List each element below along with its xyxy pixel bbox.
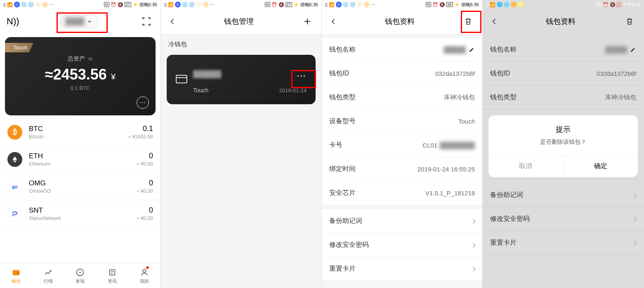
coin-item-btc[interactable]: ₿ BTC Bitcoin 0.1 ≈ ¥2453.56 xyxy=(0,119,160,146)
chevron-right-icon xyxy=(471,267,475,271)
nav-mine[interactable]: 我的 xyxy=(128,264,160,288)
nav-news[interactable]: 资讯 xyxy=(96,264,128,288)
row-bind-time: 绑定时间 2019-01-24 16:55:25 xyxy=(322,157,482,181)
row-backup[interactable]: 备份助记词 xyxy=(322,209,482,233)
alarm-icon: ⏰ xyxy=(111,2,116,7)
wallet-more-button[interactable]: ⋯ xyxy=(297,70,307,81)
detail-value: 2019-01-24 16:55:25 xyxy=(418,166,475,173)
wallet-name-value: █████ xyxy=(444,46,466,53)
detail-label: 钱包ID xyxy=(490,69,510,78)
more-icon: ⋯ xyxy=(210,2,215,7)
status-dot-icon xyxy=(357,2,363,7)
touch-badge: Touch xyxy=(5,43,33,52)
screen-delete-dialog: ▯ 📶 ⋯ N ⏰ 🔇 6 下午4:54 钱包资料 钱包名称 xyxy=(483,0,644,288)
page-header: 钱包管理 xyxy=(161,9,321,34)
wallet-selector[interactable]: ████ xyxy=(59,15,99,28)
row-change-password[interactable]: 修改安全密码 xyxy=(322,233,482,257)
wallet-name: ██████ xyxy=(193,70,221,78)
charge-icon: ⚡ xyxy=(132,2,138,7)
page-header: 钱包资料 xyxy=(483,9,644,34)
time-label: 傍晚5:35 xyxy=(300,2,318,8)
bottom-nav: 钱包 行情 发现 资讯 我的 xyxy=(0,263,160,288)
confirm-dialog: 提示 是否删除该钱包？ 取消 确定 xyxy=(488,115,638,177)
row-device-model: 设备型号 Touch xyxy=(322,110,482,133)
wallet-name-value: █████ xyxy=(605,46,627,53)
back-icon xyxy=(168,17,177,26)
svg-rect-3 xyxy=(17,272,19,274)
confirm-button[interactable]: 确定 xyxy=(564,155,638,177)
row-backup: 备份助记词 xyxy=(483,183,644,207)
nav-label: 发现 xyxy=(75,278,85,284)
chevron-right-icon xyxy=(632,217,637,221)
coin-item-omg[interactable]: go OMG OmiseGO 0 ≈ ¥0.00 xyxy=(0,173,160,200)
section-label: 冷钱包 xyxy=(161,34,321,52)
scan-icon xyxy=(141,16,152,27)
coin-fiat: ≈ ¥2453.56 xyxy=(128,134,153,140)
chevron-right-icon xyxy=(632,193,637,197)
detail-label: 备份助记词 xyxy=(490,191,523,199)
detail-label: 设备型号 xyxy=(329,117,356,126)
battery-icon: 27 xyxy=(285,2,292,7)
status-dot-icon xyxy=(203,2,209,7)
detail-label: 修改安全密码 xyxy=(329,241,369,249)
snt-icon xyxy=(7,206,22,221)
eth-icon xyxy=(7,152,22,167)
battery-icon: 28 xyxy=(446,2,453,7)
coin-fiat: ≈ ¥0.00 xyxy=(137,188,153,194)
card-number-hidden: ████████ xyxy=(440,142,475,149)
status-bar: ▯ 📶 D ⋯ N ⏰ 🔇 27 ⚡ 傍晚5:35 xyxy=(161,0,321,9)
coin-symbol: ETH xyxy=(29,152,137,160)
detail-value: CL01 xyxy=(422,142,437,149)
nav-discover[interactable]: 发现 xyxy=(64,264,97,288)
detail-value: 库神冷钱包 xyxy=(444,94,475,101)
scan-button[interactable] xyxy=(139,14,154,29)
row-wallet-type: 钱包类型 库神冷钱包 xyxy=(483,86,644,110)
delete-button[interactable] xyxy=(461,14,476,29)
svg-point-1 xyxy=(90,59,90,59)
cancel-button[interactable]: 取消 xyxy=(488,155,564,177)
wallet-type: Touch xyxy=(193,87,208,94)
compass-icon xyxy=(75,268,85,277)
wallet-card[interactable]: ██████ Touch 2019-01-24 ⋯ xyxy=(167,55,316,104)
coin-item-eth[interactable]: ETH Ethereum 0 ≈ ¥0.00 xyxy=(0,146,160,173)
chevron-right-icon xyxy=(471,219,475,223)
row-wallet-name[interactable]: 钱包名称 █████ xyxy=(322,38,482,62)
row-wallet-id: 钱包ID 032da1372b6f xyxy=(322,62,482,86)
status-dot-icon xyxy=(497,2,502,7)
doc-icon: ▯ xyxy=(164,2,167,7)
screen-wallet-detail: ▯ 📶 D ⋯ N ⏰ 🔇 28 ⚡ 傍晚5:35 钱包资料 xyxy=(322,0,483,288)
nav-wallet[interactable]: 钱包 xyxy=(0,264,32,288)
coin-item-snt[interactable]: SNT StatusNetwork 0 ≈ ¥0.00 xyxy=(0,200,160,227)
row-wallet-id: 钱包ID 032da1372b6f xyxy=(483,62,644,86)
row-reset-card[interactable]: 重置卡片 xyxy=(322,257,482,281)
news-icon xyxy=(108,268,117,277)
nav-market[interactable]: 行情 xyxy=(32,264,64,288)
page-title: 钱包资料 xyxy=(546,16,576,26)
nav-label: 钱包 xyxy=(12,278,21,284)
coin-balance: 0 xyxy=(137,206,153,215)
detail-label: 备份助记词 xyxy=(329,217,362,225)
edit-icon xyxy=(630,47,636,53)
doc-icon: ▯ xyxy=(3,2,6,7)
back-button[interactable] xyxy=(328,16,338,26)
asset-card[interactable]: Touch 总资产 ≈2453.56 ¥ 0.1 BTC ⋯ xyxy=(5,37,156,115)
back-button[interactable] xyxy=(489,16,499,26)
detail-label: 修改安全密码 xyxy=(490,215,530,223)
more-button[interactable]: ⋯ xyxy=(137,96,149,109)
detail-label: 重置卡片 xyxy=(490,239,517,247)
delete-button[interactable] xyxy=(622,14,637,29)
back-icon xyxy=(490,17,498,26)
edit-icon[interactable] xyxy=(468,47,475,53)
svg-rect-9 xyxy=(176,75,187,83)
detail-value: 库神冷钱包 xyxy=(605,94,636,101)
add-button[interactable] xyxy=(300,14,315,29)
back-button[interactable] xyxy=(167,16,177,26)
coin-name: Ethereum xyxy=(29,161,137,167)
assets-title: 总资产 xyxy=(13,55,147,63)
coin-fiat: ≈ ¥0.00 xyxy=(137,161,153,167)
nfc-icon: N xyxy=(596,2,602,7)
coin-name: StatusNetwork xyxy=(29,215,137,221)
mute-icon: 🔇 xyxy=(439,2,445,7)
status-dot-icon xyxy=(511,2,517,7)
status-dot-icon xyxy=(504,2,510,7)
